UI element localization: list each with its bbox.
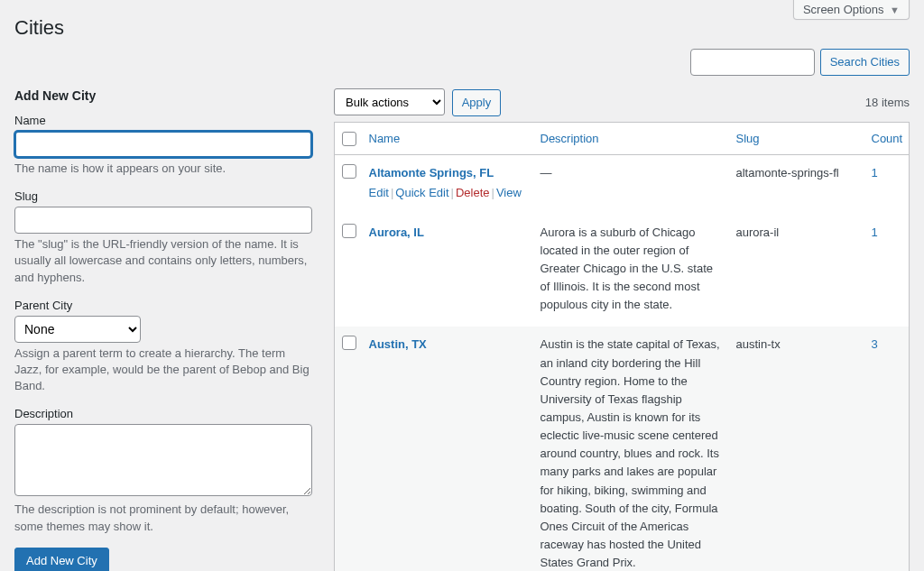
row-checkbox[interactable]: [342, 336, 356, 350]
term-description: Austin is the state capital of Texas, an…: [533, 327, 729, 571]
slug-input[interactable]: [14, 207, 312, 234]
form-heading: Add New City: [14, 88, 312, 103]
description-textarea[interactable]: [14, 424, 312, 496]
col-description[interactable]: Description: [533, 122, 729, 154]
description-help: The description is not prominent by defa…: [14, 502, 312, 534]
col-count[interactable]: Count: [864, 122, 910, 154]
term-description: —: [533, 154, 729, 215]
apply-button[interactable]: Apply: [452, 89, 502, 116]
term-slug: altamonte-springs-fl: [729, 154, 864, 215]
name-input[interactable]: [14, 131, 312, 158]
term-slug: aurora-il: [729, 215, 864, 327]
term-count-link[interactable]: 3: [872, 337, 878, 351]
description-label: Description: [14, 407, 312, 420]
terms-table: Name Description Slug Count Altamonte Sp…: [334, 122, 910, 572]
slug-label: Slug: [14, 189, 312, 203]
search-input[interactable]: [690, 49, 815, 76]
table-row: Aurora, ILAurora is a suburb of Chicago …: [335, 215, 910, 327]
delete-link[interactable]: Delete: [456, 186, 490, 199]
term-name-link[interactable]: Aurora, IL: [369, 226, 424, 239]
term-description: Aurora is a suburb of Chicago located in…: [533, 215, 729, 327]
row-checkbox[interactable]: [342, 164, 356, 179]
col-name[interactable]: Name: [362, 122, 533, 154]
edit-link[interactable]: Edit: [369, 186, 389, 199]
parent-label: Parent City: [14, 299, 312, 312]
table-row: Altamonte Springs, FLEdit|Quick Edit|Del…: [335, 154, 910, 215]
bulk-actions-select[interactable]: Bulk actions: [334, 88, 445, 115]
parent-help: Assign a parent term to create a hierarc…: [14, 345, 312, 395]
search-button[interactable]: Search Cities: [820, 49, 910, 76]
term-name-link[interactable]: Austin, TX: [369, 337, 427, 351]
submit-button[interactable]: Add New City: [14, 548, 109, 571]
screen-options-toggle[interactable]: Screen Options ▼: [793, 0, 910, 20]
term-count-link[interactable]: 1: [872, 226, 878, 239]
select-all-checkbox[interactable]: [342, 132, 356, 146]
term-count-link[interactable]: 1: [872, 166, 878, 180]
parent-select[interactable]: None: [14, 316, 141, 343]
name-help: The name is how it appears on your site.: [14, 161, 312, 177]
term-name-link[interactable]: Altamonte Springs, FL: [369, 166, 494, 180]
row-checkbox[interactable]: [342, 224, 356, 238]
screen-options-label: Screen Options: [803, 3, 884, 16]
items-count: 18 items: [865, 96, 910, 109]
col-slug[interactable]: Slug: [729, 122, 864, 154]
name-label: Name: [14, 114, 312, 127]
quick-edit-link[interactable]: Quick Edit: [395, 186, 448, 199]
view-link[interactable]: View: [496, 186, 522, 199]
term-slug: austin-tx: [729, 327, 864, 571]
page-title: Cities: [14, 9, 910, 43]
row-actions: Edit|Quick Edit|Delete|View: [369, 184, 526, 202]
slug-help: The "slug" is the URL-friendly version o…: [14, 236, 312, 286]
add-new-form: Add New City Name The name is how it app…: [14, 88, 312, 571]
table-row: Austin, TXAustin is the state capital of…: [335, 327, 910, 571]
chevron-down-icon: ▼: [890, 5, 900, 15]
